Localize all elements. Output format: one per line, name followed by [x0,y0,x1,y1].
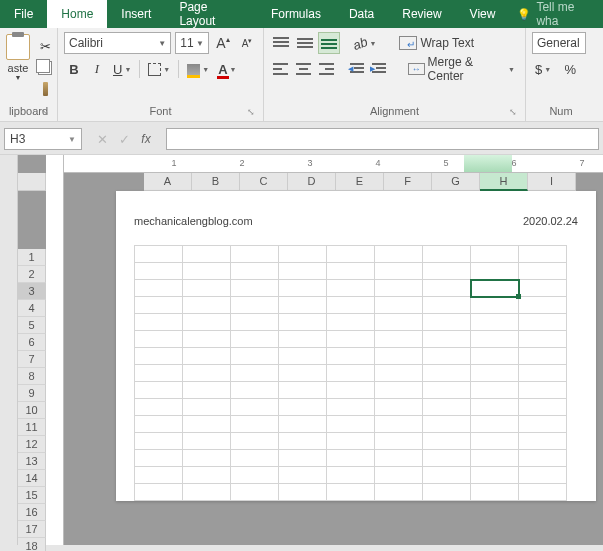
tab-home[interactable]: Home [47,0,107,28]
align-center-button[interactable] [293,58,314,80]
cell[interactable] [471,450,519,467]
cell[interactable] [231,450,279,467]
cell[interactable] [183,433,231,450]
cell[interactable] [327,416,375,433]
column-header-b[interactable]: B [192,173,240,191]
cell[interactable] [375,450,423,467]
underline-button[interactable]: U▼ [110,58,134,80]
cell[interactable] [423,297,471,314]
cell[interactable] [183,416,231,433]
tab-data[interactable]: Data [335,0,388,28]
cell[interactable] [231,314,279,331]
cell[interactable] [519,365,567,382]
cell[interactable] [375,314,423,331]
column-header-f[interactable]: F [384,173,432,191]
cell[interactable] [135,280,183,297]
cell[interactable] [375,416,423,433]
cell[interactable] [375,297,423,314]
insert-function-button[interactable]: fx [136,128,156,150]
cell[interactable] [375,348,423,365]
column-header-a[interactable]: A [144,173,192,191]
cell[interactable] [135,416,183,433]
cell[interactable] [327,382,375,399]
merge-center-button[interactable]: ↔ Merge & Center ▼ [404,58,519,80]
cell[interactable] [327,314,375,331]
cell[interactable] [375,263,423,280]
number-format-combo[interactable]: General [532,32,586,54]
cell[interactable] [183,382,231,399]
cell[interactable] [183,280,231,297]
cell[interactable] [135,433,183,450]
wrap-text-button[interactable]: Wrap Text [395,32,478,54]
formula-input[interactable] [166,128,599,150]
paste-button[interactable]: aste ▼ [6,32,30,103]
cell[interactable] [519,263,567,280]
row-header-12[interactable]: 12 [18,436,46,453]
row-header-13[interactable]: 13 [18,453,46,470]
cell[interactable] [327,348,375,365]
cell[interactable] [375,331,423,348]
row-header-14[interactable]: 14 [18,470,46,487]
name-box[interactable]: H3 ▼ [4,128,82,150]
cell[interactable] [279,263,327,280]
cell[interactable] [471,416,519,433]
cell[interactable] [519,246,567,263]
cell[interactable] [183,467,231,484]
cell[interactable] [135,246,183,263]
cell[interactable] [183,331,231,348]
cell[interactable] [423,263,471,280]
cell[interactable] [375,433,423,450]
cell[interactable] [183,314,231,331]
row-header-18[interactable]: 18 [18,538,46,551]
cell[interactable] [183,348,231,365]
cell[interactable] [519,399,567,416]
cell[interactable] [327,280,375,297]
cell[interactable] [423,348,471,365]
font-size-combo[interactable]: 11 ▼ [175,32,209,54]
column-header-h[interactable]: H [480,173,528,191]
cell[interactable] [327,450,375,467]
borders-button[interactable]: ▼ [145,58,173,80]
cell[interactable] [231,365,279,382]
cell[interactable] [519,297,567,314]
cell[interactable] [471,382,519,399]
tab-page-layout[interactable]: Page Layout [165,0,257,28]
cell[interactable] [135,399,183,416]
clipboard-launcher[interactable]: ⤡ [41,107,49,117]
cell[interactable] [135,484,183,501]
row-header-17[interactable]: 17 [18,521,46,538]
cell[interactable] [471,263,519,280]
column-header-g[interactable]: G [432,173,480,191]
cell[interactable] [183,263,231,280]
cell[interactable] [375,280,423,297]
cell[interactable] [183,246,231,263]
row-header-1[interactable]: 1 [18,249,46,266]
cell[interactable] [423,365,471,382]
row-header-15[interactable]: 15 [18,487,46,504]
cell[interactable] [135,348,183,365]
currency-button[interactable]: $▼ [532,58,554,80]
cut-button[interactable]: ✂ [34,38,56,56]
cell[interactable] [279,467,327,484]
cell[interactable] [231,263,279,280]
font-name-combo[interactable]: Calibri ▼ [64,32,171,54]
cell[interactable] [279,314,327,331]
cell-grid[interactable] [134,245,567,501]
cell[interactable] [327,246,375,263]
grow-font-button[interactable]: A▴ [213,32,233,54]
cell[interactable] [327,399,375,416]
row-header-9[interactable]: 9 [18,385,46,402]
row-header-7[interactable]: 7 [18,351,46,368]
cell[interactable] [423,467,471,484]
percent-button[interactable]: % [560,58,580,80]
cell[interactable] [279,365,327,382]
cell[interactable] [519,450,567,467]
increase-indent-button[interactable] [369,58,389,80]
cell[interactable] [327,263,375,280]
cell[interactable] [327,331,375,348]
cell[interactable] [279,280,327,297]
align-middle-button[interactable] [294,32,316,54]
cell[interactable] [519,467,567,484]
orientation-button[interactable]: ab▼ [350,32,379,54]
cell[interactable] [327,467,375,484]
